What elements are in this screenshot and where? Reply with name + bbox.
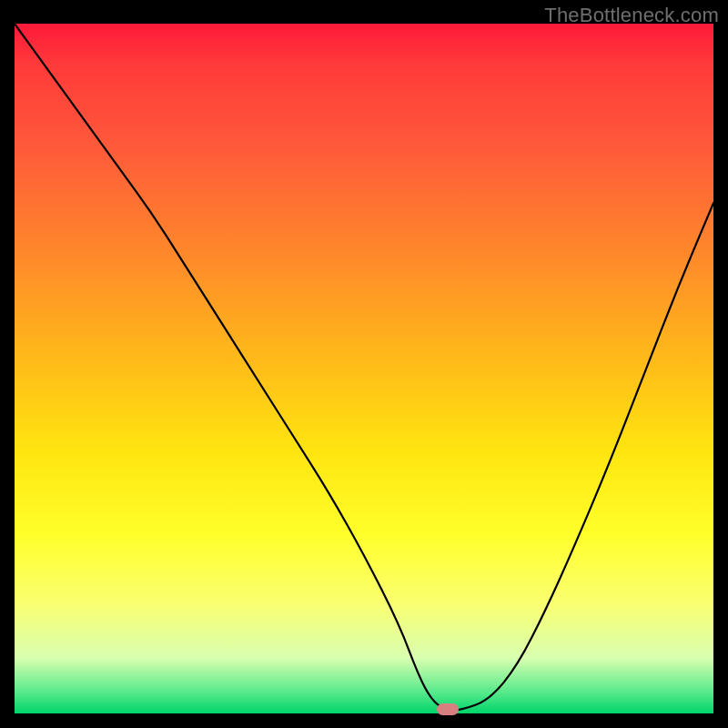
- chart-curve-svg: [15, 24, 713, 713]
- optimal-point-marker: [437, 703, 459, 715]
- watermark-text: TheBottleneck.com: [544, 4, 719, 27]
- bottleneck-curve-path: [15, 24, 713, 710]
- chart-frame: TheBottleneck.com: [0, 0, 728, 728]
